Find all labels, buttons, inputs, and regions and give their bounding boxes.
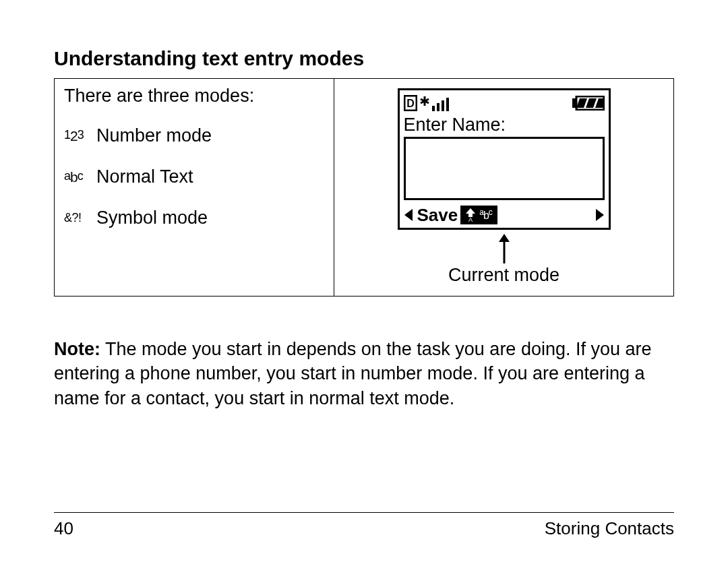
section-name: Storing Contacts	[545, 518, 674, 539]
phone-preview-column: D	[334, 79, 673, 296]
left-arrow-icon[interactable]	[402, 209, 415, 221]
svg-text:D: D	[406, 98, 415, 109]
svg-rect-6	[437, 103, 439, 111]
symbol-mode-icon: &?!	[64, 211, 96, 225]
mode-row-symbol: &?! Symbol mode	[64, 208, 324, 228]
digital-indicator-icon: D	[404, 95, 417, 111]
section-heading: Understanding text entry modes	[54, 47, 674, 70]
softkey-bar: Save A abc	[400, 204, 609, 226]
save-softkey[interactable]: Save	[415, 205, 461, 226]
mode-label: Normal Text	[96, 166, 193, 187]
signal-icon	[419, 95, 450, 111]
page-footer: 40 Storing Contacts	[54, 512, 674, 539]
mode-text-icon: abc	[479, 208, 492, 222]
svg-marker-17	[596, 209, 604, 221]
svg-rect-5	[432, 106, 435, 111]
note-body: The mode you start in depends on the tas…	[54, 339, 652, 408]
svg-marker-19	[499, 234, 510, 242]
right-arrow-icon[interactable]	[594, 209, 606, 221]
enter-name-prompt: Enter Name:	[404, 115, 605, 135]
status-left: D	[404, 95, 450, 111]
current-mode-indicator[interactable]: A abc	[460, 206, 497, 224]
callout-arrow-icon	[497, 234, 511, 263]
mode-label: Symbol mode	[96, 208, 208, 228]
modes-intro: There are three modes:	[64, 86, 324, 106]
phone-screen: D	[398, 88, 611, 230]
svg-rect-7	[442, 100, 444, 111]
name-input[interactable]	[404, 137, 605, 200]
mode-row-number: 123 Number mode	[64, 125, 324, 146]
svg-marker-14	[404, 209, 413, 221]
page-number: 40	[54, 518, 73, 539]
mode-label: Number mode	[96, 125, 212, 146]
status-bar: D	[404, 93, 605, 113]
mode-row-normal: abc Normal Text	[64, 166, 324, 187]
note-prefix: Note:	[54, 339, 100, 359]
modes-list-column: There are three modes: 123 Number mode a…	[55, 79, 334, 296]
svg-text:A: A	[468, 216, 473, 222]
svg-rect-8	[446, 98, 449, 111]
shift-icon: A	[466, 208, 475, 222]
note-paragraph: Note: The mode you start in depends on t…	[54, 337, 674, 410]
number-mode-icon: 123	[64, 128, 96, 144]
footer-rule	[54, 512, 674, 513]
callout-label: Current mode	[448, 265, 559, 286]
normal-text-mode-icon: abc	[64, 169, 96, 185]
battery-icon	[572, 96, 605, 111]
modes-figure: There are three modes: 123 Number mode a…	[54, 78, 674, 296]
